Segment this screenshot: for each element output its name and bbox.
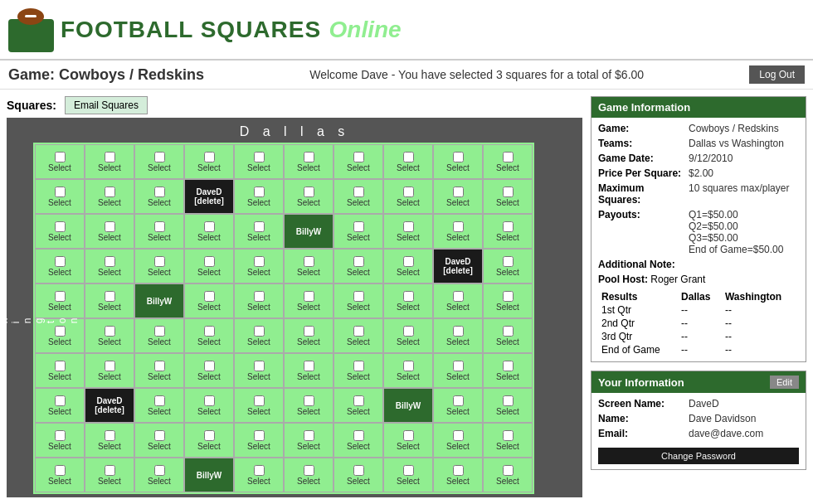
- grid-cell[interactable]: BillyW: [134, 284, 184, 318]
- cell-checkbox[interactable]: [55, 256, 66, 267]
- grid-cell[interactable]: Select: [433, 388, 483, 423]
- grid-cell[interactable]: Select: [284, 249, 333, 284]
- cell-checkbox[interactable]: [154, 256, 165, 267]
- grid-cell[interactable]: Select: [35, 214, 85, 249]
- grid-cell[interactable]: Select: [284, 388, 333, 423]
- cell-checkbox[interactable]: [105, 326, 115, 337]
- grid-cell[interactable]: Select: [383, 179, 433, 214]
- grid-cell[interactable]: Select: [134, 353, 184, 388]
- cell-checkbox[interactable]: [55, 465, 66, 476]
- grid-cell[interactable]: Select: [85, 318, 134, 353]
- cell-checkbox[interactable]: [254, 430, 265, 441]
- grid-cell[interactable]: Select: [85, 458, 134, 492]
- cell-checkbox[interactable]: [403, 430, 414, 441]
- cell-checkbox[interactable]: [154, 152, 165, 162]
- cell-checkbox[interactable]: [304, 361, 314, 371]
- cell-checkbox[interactable]: [453, 361, 464, 371]
- grid-cell[interactable]: Select: [134, 318, 184, 353]
- cell-checkbox[interactable]: [204, 430, 215, 441]
- cell-checkbox[interactable]: [55, 221, 66, 232]
- grid-cell[interactable]: Select: [134, 249, 184, 284]
- grid-cell[interactable]: Select: [85, 214, 134, 249]
- cell-checkbox[interactable]: [353, 152, 364, 162]
- cell-checkbox[interactable]: [55, 326, 66, 337]
- cell-checkbox[interactable]: [453, 291, 464, 302]
- grid-cell[interactable]: Select: [483, 423, 533, 458]
- cell-checkbox[interactable]: [353, 465, 364, 476]
- grid-cell[interactable]: Select: [383, 423, 433, 458]
- cell-checkbox[interactable]: [154, 221, 165, 232]
- grid-cell[interactable]: Select: [284, 144, 333, 179]
- grid-cell[interactable]: Select: [433, 353, 483, 388]
- grid-cell[interactable]: Select: [35, 353, 85, 388]
- cell-checkbox[interactable]: [453, 187, 464, 197]
- cell-checkbox[interactable]: [254, 256, 265, 267]
- cell-checkbox[interactable]: [254, 395, 265, 406]
- cell-checkbox[interactable]: [55, 395, 66, 406]
- cell-checkbox[interactable]: [403, 291, 414, 302]
- grid-cell[interactable]: Select: [184, 284, 234, 318]
- cell-checkbox[interactable]: [55, 361, 66, 371]
- cell-checkbox[interactable]: [403, 361, 414, 371]
- cell-checkbox[interactable]: [204, 291, 215, 302]
- cell-checkbox[interactable]: [254, 291, 265, 302]
- cell-checkbox[interactable]: [55, 152, 66, 162]
- grid-cell[interactable]: Select: [284, 458, 333, 492]
- grid-cell[interactable]: Select: [234, 423, 284, 458]
- cell-checkbox[interactable]: [204, 326, 215, 337]
- cell-checkbox[interactable]: [503, 187, 514, 197]
- cell-checkbox[interactable]: [254, 361, 265, 371]
- grid-cell[interactable]: Select: [234, 144, 284, 179]
- grid-cell[interactable]: Select: [383, 284, 433, 318]
- cell-checkbox[interactable]: [403, 256, 414, 267]
- grid-cell[interactable]: Select: [85, 284, 134, 318]
- grid-cell[interactable]: Select: [85, 144, 134, 179]
- cell-checkbox[interactable]: [304, 187, 314, 197]
- grid-cell[interactable]: Select: [85, 353, 134, 388]
- cell-checkbox[interactable]: [105, 221, 115, 232]
- grid-cell[interactable]: Select: [383, 249, 433, 284]
- cell-checkbox[interactable]: [353, 326, 364, 337]
- cell-checkbox[interactable]: [154, 361, 165, 371]
- grid-cell[interactable]: Select: [433, 284, 483, 318]
- grid-cell[interactable]: Select: [483, 388, 533, 423]
- grid-cell[interactable]: Select: [383, 458, 433, 492]
- cell-checkbox[interactable]: [105, 152, 115, 162]
- cell-checkbox[interactable]: [403, 465, 414, 476]
- cell-checkbox[interactable]: [204, 395, 215, 406]
- cell-checkbox[interactable]: [154, 430, 165, 441]
- cell-checkbox[interactable]: [304, 465, 314, 476]
- cell-checkbox[interactable]: [55, 291, 66, 302]
- cell-checkbox[interactable]: [105, 361, 115, 371]
- grid-cell[interactable]: Select: [134, 423, 184, 458]
- cell-checkbox[interactable]: [503, 465, 514, 476]
- grid-cell[interactable]: Select: [483, 179, 533, 214]
- grid-cell[interactable]: Select: [284, 423, 333, 458]
- cell-checkbox[interactable]: [453, 465, 464, 476]
- grid-cell[interactable]: Select: [184, 388, 234, 423]
- grid-cell[interactable]: Select: [333, 423, 383, 458]
- cell-checkbox[interactable]: [254, 465, 265, 476]
- grid-cell[interactable]: Select: [134, 214, 184, 249]
- cell-checkbox[interactable]: [254, 187, 265, 197]
- grid-cell[interactable]: Select: [184, 144, 234, 179]
- grid-cell[interactable]: DaveD[delete]: [85, 388, 134, 423]
- cell-checkbox[interactable]: [503, 256, 514, 267]
- cell-checkbox[interactable]: [503, 291, 514, 302]
- grid-cell[interactable]: Select: [134, 458, 184, 492]
- grid-cell[interactable]: Select: [333, 179, 383, 214]
- grid-cell[interactable]: Select: [85, 179, 134, 214]
- grid-cell[interactable]: Select: [134, 144, 184, 179]
- grid-cell[interactable]: Select: [333, 214, 383, 249]
- grid-cell[interactable]: Select: [35, 388, 85, 423]
- grid-cell[interactable]: Select: [383, 144, 433, 179]
- cell-checkbox[interactable]: [105, 187, 115, 197]
- grid-cell[interactable]: Select: [383, 318, 433, 353]
- grid-cell[interactable]: Select: [483, 144, 533, 179]
- cell-checkbox[interactable]: [503, 361, 514, 371]
- grid-cell[interactable]: Select: [333, 458, 383, 492]
- cell-checkbox[interactable]: [204, 152, 215, 162]
- grid-cell[interactable]: Select: [184, 214, 234, 249]
- cell-checkbox[interactable]: [453, 430, 464, 441]
- cell-checkbox[interactable]: [204, 361, 215, 371]
